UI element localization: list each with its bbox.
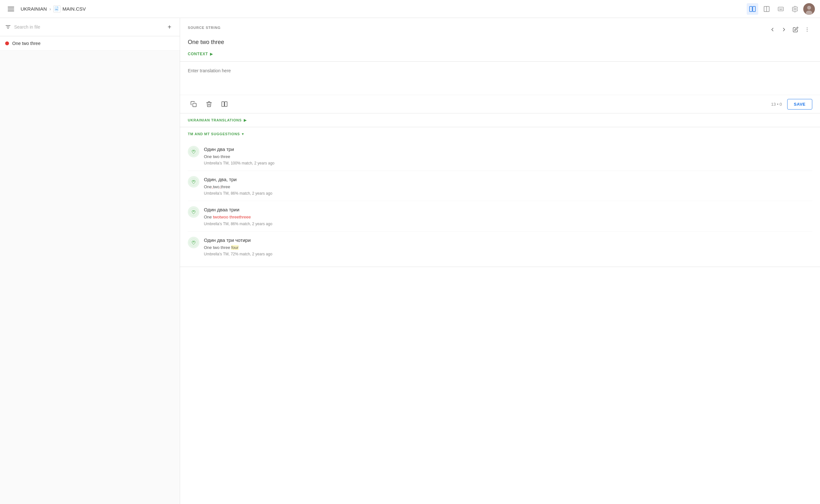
tm-item-content: Один два три One two three Umbrella's TM… (204, 146, 812, 165)
svg-point-37 (190, 239, 197, 246)
tm-suggestions-arrow: ▾ (242, 132, 244, 136)
topbar-right (747, 3, 815, 15)
tm-suggestions-header[interactable]: TM AND MT SUGGESTIONS ▾ (180, 127, 820, 141)
split-button[interactable] (219, 98, 230, 110)
tm-item[interactable]: Один, два, три One,two,three Umbrella's … (188, 171, 812, 201)
tm-translation-text: Один, два, три (204, 176, 812, 183)
svg-point-31 (190, 178, 197, 186)
svg-point-39 (193, 242, 194, 243)
edit-icon (793, 27, 798, 32)
tm-meta: Umbrella's TM, 86% match, 2 years ago (204, 191, 812, 196)
context-row[interactable]: CONTEXT ▶ (188, 52, 812, 56)
status-dot (5, 41, 9, 45)
svg-rect-26 (222, 102, 225, 107)
tm-meta: Umbrella's TM, 86% match, 2 years ago (204, 222, 812, 226)
tm-source-text: One twotwoo threethreee (204, 214, 812, 220)
tm-item[interactable]: Один дваа трии One twotwoo threethreee U… (188, 201, 812, 231)
highlight-red-text: twotwoo (213, 215, 228, 219)
svg-rect-2 (8, 11, 14, 11)
hamburger-icon (8, 6, 14, 12)
highlight-green-text: four (231, 245, 238, 250)
svg-point-23 (807, 29, 807, 30)
toolbar-left (188, 98, 230, 110)
tm-item-content: Один дваа трии One twotwoo threethreee U… (204, 206, 812, 226)
svg-text:CSV: CSV (55, 9, 58, 10)
tm-translation-text: Один два три (204, 146, 812, 153)
translation-textarea[interactable] (180, 62, 820, 94)
next-icon (781, 27, 787, 32)
user-avatar[interactable] (803, 3, 815, 15)
delete-icon (206, 101, 212, 107)
edit-source-button[interactable] (790, 24, 801, 35)
filter-icon[interactable] (5, 24, 11, 30)
svg-point-38 (192, 242, 193, 243)
csv-file-icon: CSV (53, 5, 60, 13)
search-bar: + (0, 18, 180, 36)
svg-point-22 (807, 28, 807, 28)
next-string-button[interactable] (779, 24, 789, 35)
ukrainian-translations-section: UKRAINIAN TRANSLATIONS ▶ (180, 113, 820, 127)
svg-point-33 (193, 181, 194, 182)
tm-item[interactable]: Один два три One two three Umbrella's TM… (188, 141, 812, 171)
topbar: UKRAINIAN › CSV MAIN.CSV (0, 0, 820, 18)
copy-icon (190, 101, 197, 107)
tm-suggestions-list: Один два три One two three Umbrella's TM… (180, 141, 820, 267)
sidebar-layout-button[interactable] (747, 3, 758, 15)
copy-source-button[interactable] (188, 98, 199, 110)
hamburger-menu-button[interactable] (5, 3, 17, 15)
add-string-button[interactable]: + (164, 22, 174, 32)
more-options-button[interactable] (802, 24, 812, 35)
keyboard-icon (778, 6, 784, 12)
svg-point-20 (807, 6, 811, 10)
gear-icon (792, 6, 798, 12)
ukrainian-translations-header[interactable]: UKRAINIAN TRANSLATIONS ▶ (180, 113, 820, 127)
context-label: CONTEXT (188, 52, 208, 56)
context-arrow: ▶ (210, 52, 213, 56)
main-layout: + One two three SOURCE STRING (0, 18, 820, 504)
prev-string-button[interactable] (767, 24, 778, 35)
ukrainian-translations-arrow: ▶ (244, 118, 247, 122)
svg-point-24 (807, 31, 807, 31)
svg-rect-27 (225, 102, 227, 107)
tm-meta: Umbrella's TM, 72% match, 2 years ago (204, 252, 812, 256)
right-panel: SOURCE STRING (180, 18, 820, 504)
tm-source-icon (188, 206, 199, 218)
save-button[interactable]: SAVE (787, 99, 812, 110)
split-icon (221, 101, 228, 107)
string-text: One two three (12, 41, 40, 46)
source-header: SOURCE STRING (188, 24, 812, 35)
left-panel: + One two three (0, 18, 180, 504)
tm-suggestions-label: TM AND MT SUGGESTIONS (188, 132, 240, 136)
settings-button[interactable] (789, 3, 801, 15)
svg-point-29 (192, 151, 193, 152)
svg-rect-10 (778, 7, 784, 11)
prev-icon (770, 27, 775, 32)
tm-source-icon (188, 146, 199, 157)
single-layout-button[interactable] (761, 3, 772, 15)
svg-rect-7 (753, 6, 755, 12)
file-name: MAIN.CSV (62, 6, 86, 12)
list-item[interactable]: One two three (0, 36, 180, 51)
topbar-left: UKRAINIAN › CSV MAIN.CSV (5, 3, 86, 15)
project-name[interactable]: UKRAINIAN (21, 6, 47, 12)
search-input[interactable] (14, 24, 161, 30)
svg-point-32 (192, 181, 193, 182)
tm-item[interactable]: Один два три чотири One two three four U… (188, 232, 812, 261)
svg-rect-0 (8, 7, 14, 7)
svg-point-30 (193, 151, 194, 152)
svg-rect-25 (193, 103, 196, 107)
delete-translation-button[interactable] (203, 98, 215, 110)
sidebar-layout-icon (749, 6, 756, 12)
single-layout-icon (763, 6, 770, 12)
tm-translation-text: Один два три чотири (204, 237, 812, 243)
keyboard-button[interactable] (775, 3, 787, 15)
svg-point-28 (190, 148, 197, 155)
tm-translation-text: Один дваа трии (204, 206, 812, 213)
tm-suggestions-section: TM AND MT SUGGESTIONS ▾ (180, 127, 820, 267)
ukrainian-translations-label: UKRAINIAN TRANSLATIONS (188, 118, 242, 122)
string-list: One two three (0, 36, 180, 504)
tm-meta: Umbrella's TM, 100% match, 2 years ago (204, 161, 812, 165)
toolbar-right: 13 • 0 SAVE (771, 99, 812, 110)
breadcrumb-file[interactable]: CSV MAIN.CSV (53, 5, 86, 13)
tm-source-text: One two three (204, 154, 812, 160)
